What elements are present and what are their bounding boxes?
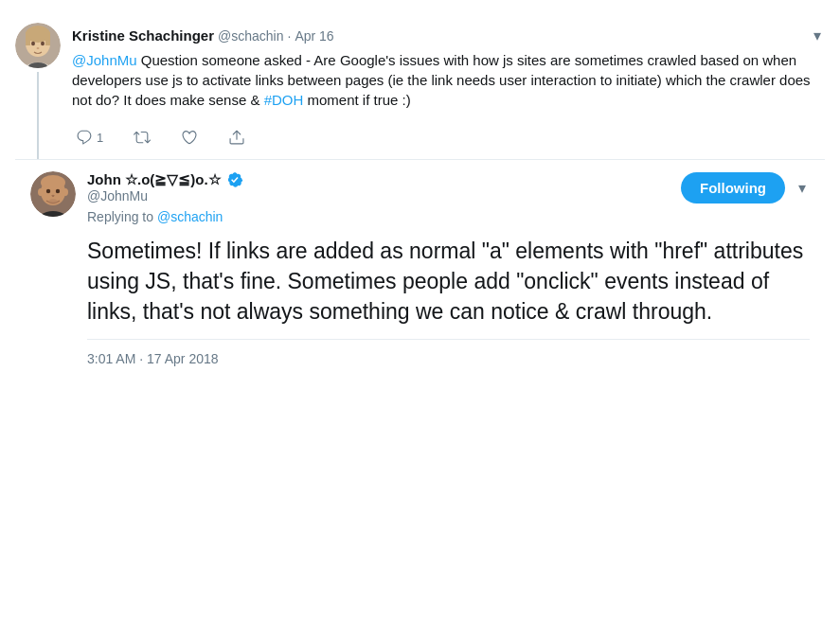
svg-point-14 [38,188,44,196]
tweet1-reply-button[interactable]: 1 [72,125,107,150]
svg-point-6 [31,42,35,45]
tweet1-dot-sep: · [288,28,292,44]
tweet1-retweet-button[interactable] [130,125,154,150]
tweet1-like-button[interactable] [177,125,202,150]
svg-rect-5 [45,32,50,45]
john-avatar[interactable] [30,171,76,217]
replying-to-mention[interactable]: @schachin [157,209,223,224]
tweet1-dm-button[interactable] [224,125,249,150]
tweet2-handle[interactable]: @JohnMu [87,188,243,203]
svg-rect-4 [26,32,30,45]
tweet2-meta: John ☆.ο(≧▽≦)ο.☆ @JohnMu [87,171,243,203]
tweet1-hashtag-doh[interactable]: #DOH [264,92,304,108]
tweet2-timestamp: 3:01 AM · 17 Apr 2018 [87,339,810,378]
following-button[interactable]: Following [681,172,785,203]
dm-icon [228,129,245,146]
tweet1-display-name[interactable]: Kristine Schachinger [72,27,214,44]
tweet1-actions: 1 [72,119,825,159]
svg-point-16 [46,189,50,193]
tweet1-mention-johnmu[interactable]: @JohnMu [72,52,137,68]
verified-icon [226,171,243,188]
svg-point-17 [56,189,60,193]
svg-point-18 [48,199,58,204]
tweet2-content: John ☆.ο(≧▽≦)ο.☆ @JohnMu Following ▾ Rep… [87,171,810,378]
tweet1-text: @JohnMu Question someone asked - Are Goo… [72,50,825,110]
tweet1-date[interactable]: Apr 16 [295,28,333,44]
svg-point-7 [41,42,45,45]
svg-point-13 [41,175,65,190]
tweet2-container: John ☆.ο(≧▽≦)ο.☆ @JohnMu Following ▾ Rep… [15,160,825,378]
reply-icon [76,129,93,146]
tweet1-handle[interactable]: @schachin [218,28,283,44]
tweet1-content: Kristine Schachinger @schachin · Apr 16 … [72,23,825,159]
svg-point-8 [37,47,40,49]
kristine-avatar[interactable] [15,23,61,68]
tweet1-reply-count: 1 [97,131,103,145]
thread-line [37,72,39,159]
heart-icon [181,129,198,146]
tweet2-display-name[interactable]: John ☆.ο(≧▽≦)ο.☆ [87,171,221,188]
tweet2-main-text: Sometimes! If links are added as normal … [87,236,810,327]
svg-point-15 [63,188,68,196]
tweet1-more-options-icon[interactable]: ▾ [810,23,825,48]
replying-to-label: Replying to @schachin [87,205,810,228]
tweet2-more-options-icon[interactable]: ▾ [795,175,810,201]
retweet-icon [134,129,151,146]
